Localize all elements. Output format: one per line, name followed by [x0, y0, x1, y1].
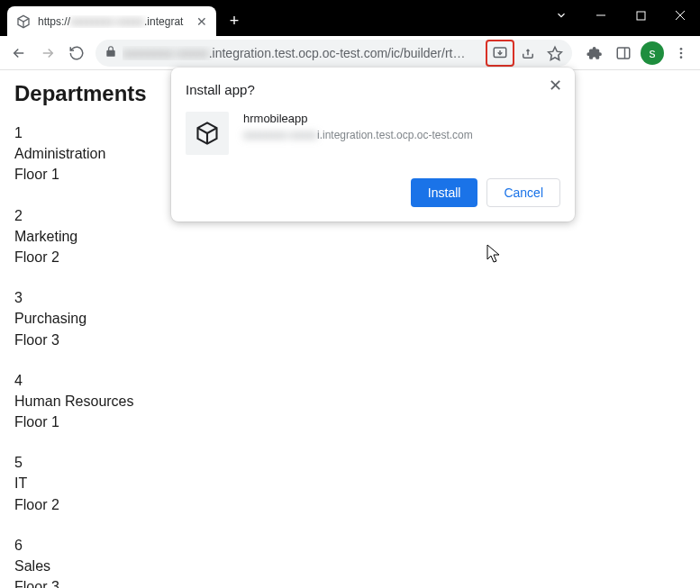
- svg-rect-1: [637, 12, 645, 20]
- tab-favicon-cube-icon: [16, 14, 31, 29]
- department-name: Marketing: [14, 226, 686, 247]
- svg-point-8: [680, 48, 683, 50]
- tab-close-icon[interactable]: ✕: [196, 15, 207, 28]
- department-id: 4: [14, 370, 686, 391]
- department-floor: Floor 3: [14, 330, 686, 350]
- department-name: Human Resources: [14, 391, 686, 412]
- department-item: 5 IT Floor 2: [14, 452, 686, 515]
- install-app-highlight: [486, 40, 514, 67]
- bookmark-star-icon[interactable]: [541, 40, 568, 67]
- window-titlebar: https://xxxxxxxx-xxxxx.integrat ✕ +: [0, 0, 700, 36]
- department-name: Sales: [14, 556, 686, 576]
- window-dropdown-button[interactable]: [541, 0, 581, 31]
- department-id: 3: [14, 287, 686, 308]
- window-close-button[interactable]: [660, 0, 700, 31]
- svg-rect-6: [617, 48, 630, 59]
- app-name: hrmobileapp: [243, 112, 473, 125]
- extensions-area: s: [581, 40, 695, 67]
- window-maximize-button[interactable]: [621, 0, 660, 31]
- app-cube-icon: [186, 112, 229, 155]
- side-panel-icon[interactable]: [610, 40, 637, 67]
- department-item: 3 Purchasing Floor 3: [14, 287, 686, 350]
- department-floor: Floor 2: [14, 247, 686, 267]
- app-origin: xxxxxxxx-xxxxxi.integration.test.ocp.oc-…: [243, 129, 473, 141]
- popup-close-icon[interactable]: ✕: [544, 75, 566, 96]
- svg-point-10: [680, 56, 683, 59]
- reload-button[interactable]: [63, 40, 90, 67]
- install-button[interactable]: Install: [411, 178, 478, 207]
- department-item: 6 Sales Floor 3: [14, 535, 686, 588]
- share-icon[interactable]: [514, 40, 541, 67]
- url-text: xxxxxxxx-xxxxx.integration.test.ocp.oc-t…: [123, 46, 480, 60]
- browser-tab[interactable]: https://xxxxxxxx-xxxxx.integrat ✕: [7, 6, 216, 36]
- cancel-button[interactable]: Cancel: [486, 178, 560, 207]
- svg-point-9: [680, 51, 683, 54]
- browser-menu-icon[interactable]: [668, 40, 695, 67]
- browser-toolbar: xxxxxxxx-xxxxx.integration.test.ocp.oc-t…: [0, 36, 700, 70]
- new-tab-button[interactable]: +: [222, 8, 247, 33]
- install-app-icon[interactable]: [488, 42, 512, 64]
- window-controls: [541, 0, 700, 31]
- extensions-icon[interactable]: [581, 40, 608, 67]
- omnibox-actions: [486, 40, 568, 67]
- window-minimize-button[interactable]: [581, 0, 621, 31]
- department-name: Purchasing: [14, 308, 686, 329]
- install-app-popup: ✕ Install app? hrmobileapp xxxxxxxx-xxxx…: [171, 68, 575, 222]
- department-id: 5: [14, 452, 686, 473]
- department-name: IT: [14, 473, 686, 493]
- tab-title: https://xxxxxxxx-xxxxx.integrat: [38, 15, 189, 28]
- department-floor: Floor 1: [14, 412, 686, 432]
- nav-forward-button[interactable]: [34, 40, 61, 67]
- department-floor: Floor 2: [14, 494, 686, 515]
- department-id: 6: [14, 535, 686, 556]
- popup-title: Install app?: [186, 82, 560, 97]
- address-bar[interactable]: xxxxxxxx-xxxxx.integration.test.ocp.oc-t…: [95, 40, 572, 67]
- nav-back-button[interactable]: [5, 40, 32, 67]
- profile-avatar[interactable]: s: [639, 40, 666, 67]
- svg-marker-5: [549, 47, 562, 59]
- department-floor: Floor 3: [14, 576, 686, 588]
- department-item: 4 Human Resources Floor 1: [14, 370, 686, 433]
- lock-icon: [105, 45, 117, 60]
